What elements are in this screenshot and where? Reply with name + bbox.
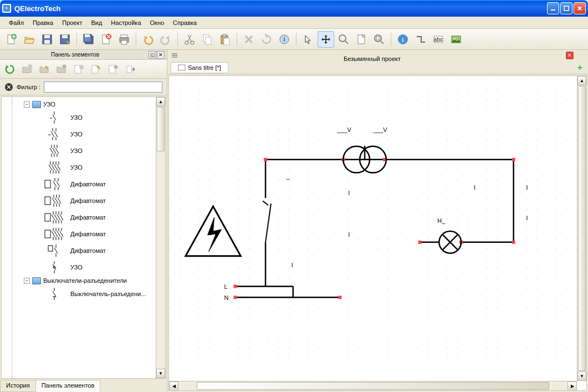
image-tool[interactable] (448, 31, 464, 48)
new-button[interactable] (3, 31, 20, 48)
expander-icon[interactable]: − (24, 101, 30, 108)
elements-tree[interactable]: − УЗО УЗО УЗО УЗО УЗО Дифавтомат Дифавто… (1, 96, 166, 379)
edit-element-button[interactable] (88, 62, 104, 77)
delete-button[interactable] (241, 31, 257, 48)
rotate-button[interactable] (258, 31, 275, 48)
svg-text:i: i (283, 36, 285, 43)
window-titlebar: QElectroTech (0, 0, 588, 17)
tree-item[interactable]: УЗО (2, 142, 165, 159)
tree-item[interactable]: Дифавтомат (2, 226, 165, 242)
svg-rect-17 (121, 40, 127, 44)
sheet-icon (178, 64, 186, 71)
svg-rect-61 (418, 241, 422, 244)
tree-item[interactable]: УЗО (2, 109, 165, 126)
wire-tool[interactable] (412, 31, 429, 48)
menu-project[interactable]: Проект (58, 18, 86, 27)
tree-item[interactable]: Выключатель-разъедени... (2, 286, 165, 302)
svg-rect-6 (44, 35, 50, 38)
save-as-button[interactable] (57, 31, 73, 48)
menu-settings[interactable]: Настройка (106, 18, 145, 27)
tree-item[interactable]: Дифавтомат (2, 242, 165, 259)
zoom-fit-button[interactable] (371, 31, 387, 48)
tree-item[interactable]: Дифавтомат (2, 209, 165, 226)
pointer-tool[interactable] (300, 31, 316, 48)
print-button[interactable] (116, 31, 132, 48)
canvas-scrollbar-horizontal[interactable]: ◀ ▶ (169, 381, 577, 390)
menu-view[interactable]: Вид (86, 18, 106, 27)
svg-rect-30 (376, 37, 380, 40)
doc-menu-icon[interactable] (171, 52, 178, 59)
panel-close-button[interactable]: ✕ (157, 51, 165, 59)
save-all-button[interactable] (80, 31, 97, 48)
tree-item[interactable]: УЗО (2, 259, 165, 276)
window-title: QElectroTech (14, 4, 546, 13)
redo-button[interactable] (157, 31, 174, 48)
refresh-button[interactable] (2, 62, 18, 77)
filter-input[interactable] (44, 82, 162, 93)
maximize-button[interactable] (560, 2, 572, 14)
tree-folder[interactable]: − УЗО (2, 99, 165, 109)
tree-item[interactable]: Дифавтомат (2, 176, 165, 192)
panel-undock-button[interactable]: ◱ (149, 51, 156, 59)
help-button[interactable]: i (395, 31, 411, 48)
svg-rect-7 (44, 40, 50, 44)
menu-edit[interactable]: Правка (28, 18, 58, 27)
drawing-canvas[interactable]: L N ___V ___V H_ _ I I I I I I (169, 76, 577, 381)
tree-item[interactable]: УЗО (2, 126, 165, 142)
page-tool[interactable] (353, 31, 370, 48)
tab-elements[interactable]: Панель элементов (35, 380, 101, 392)
tab-history[interactable]: История (0, 380, 36, 392)
sheet-tab[interactable]: Sans titre [*] (171, 62, 228, 73)
new-folder-button[interactable] (19, 62, 35, 77)
svg-point-40 (79, 65, 84, 69)
new-element-button[interactable] (71, 62, 86, 77)
svg-rect-57 (512, 158, 515, 161)
import-button[interactable] (122, 62, 138, 77)
panel-tabs: История Панель элементов (0, 380, 167, 392)
svg-rect-2 (564, 6, 569, 11)
info-button[interactable]: i (276, 31, 293, 48)
panel-title: Панель элементов (2, 52, 148, 58)
zoom-tool[interactable] (335, 31, 352, 48)
tree-item[interactable]: Дифавтомат (2, 192, 165, 209)
add-sheet-button[interactable]: + (577, 63, 582, 73)
canvas-scrollbar-vertical[interactable]: ▲ ▼ (577, 76, 586, 381)
svg-rect-1 (551, 9, 555, 11)
tree-item[interactable]: УЗО (2, 159, 165, 176)
label-v: ___V (336, 126, 351, 133)
app-icon (2, 4, 11, 13)
diagram-text: _ (286, 173, 290, 180)
move-tool[interactable] (318, 31, 334, 48)
close-button[interactable] (574, 2, 586, 14)
menu-window[interactable]: Окно (146, 18, 169, 27)
delete-folder-button[interactable] (54, 62, 69, 77)
filter-clear-icon[interactable] (4, 83, 13, 91)
menu-file[interactable]: Файл (4, 18, 28, 27)
delete-element-button[interactable] (105, 62, 121, 77)
svg-rect-9 (62, 35, 68, 38)
expander-icon[interactable]: − (24, 278, 30, 284)
filter-row: Фильтр : (0, 79, 167, 95)
text-tool[interactable]: abc (430, 31, 447, 48)
undo-button[interactable] (140, 31, 156, 48)
tree-folder[interactable]: − Выключатели-разъеденители (2, 276, 165, 286)
folder-label: Выключатели-разъеденители (43, 277, 127, 284)
close-doc-button[interactable]: ✕ (566, 52, 574, 59)
edit-folder-button[interactable] (37, 62, 52, 77)
folder-icon (32, 101, 41, 108)
svg-rect-45 (45, 180, 50, 188)
cut-button[interactable] (181, 31, 198, 48)
svg-rect-24 (224, 38, 229, 45)
paste-button[interactable] (217, 31, 233, 48)
minimize-button[interactable] (547, 2, 559, 14)
close-project-button[interactable] (98, 31, 115, 48)
folder-label: УЗО (43, 101, 55, 108)
svg-rect-54 (264, 158, 267, 161)
save-button[interactable] (39, 31, 55, 48)
open-button[interactable] (21, 31, 38, 48)
svg-rect-53 (169, 79, 577, 377)
tree-scrollbar[interactable]: ▲ ▼ (156, 97, 165, 378)
copy-button[interactable] (199, 31, 216, 48)
diagram-text: I (348, 231, 350, 238)
menu-help[interactable]: Справка (168, 18, 201, 27)
